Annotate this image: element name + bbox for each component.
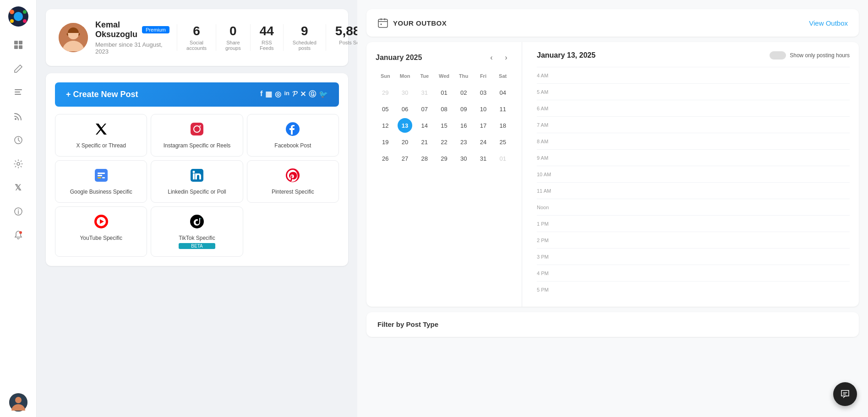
filter-title: Filter by Post Type: [377, 320, 438, 328]
premium-badge: Premium: [142, 26, 169, 33]
x-post-label: X Specific or Thread: [76, 142, 126, 149]
linkedin-post-type[interactable]: Linkedin Specific or Poll: [151, 160, 243, 203]
user-avatar[interactable]: [9, 393, 27, 412]
cal-cell[interactable]: 16: [456, 118, 471, 133]
cal-cell[interactable]: 04: [496, 85, 510, 100]
filter-section: Filter by Post Type: [366, 312, 859, 337]
svg-rect-33: [193, 173, 195, 179]
svg-point-25: [199, 125, 201, 127]
cal-cell[interactable]: 08: [437, 102, 451, 116]
cal-header-wed: Wed: [434, 71, 454, 81]
app-logo[interactable]: [7, 5, 29, 27]
facebook-post-type[interactable]: Facebook Post: [247, 114, 339, 157]
svg-rect-29: [98, 175, 102, 176]
cal-cell[interactable]: 21: [417, 135, 432, 149]
tiktok-post-icon: [190, 214, 204, 231]
calendar-schedule-container: January 2025 ‹ › Sun Mon Tue Wed Thu Fri: [366, 42, 859, 307]
youtube-post-type[interactable]: YouTube Specific: [55, 206, 147, 257]
tiktok-beta-badge: BETA: [179, 243, 215, 249]
compose-nav[interactable]: [8, 59, 28, 79]
cal-cell[interactable]: 28: [417, 151, 432, 166]
chat-button[interactable]: [833, 382, 857, 406]
cal-cell[interactable]: 23: [456, 135, 471, 149]
time-label: Noon: [537, 205, 564, 210]
linkedin-post-label: Linkedin Specific or Poll: [168, 189, 226, 195]
calendar-grid: Sun Mon Tue Wed Thu Fri Sat 29 30 31 01: [376, 71, 513, 167]
cal-cell[interactable]: 09: [456, 102, 471, 116]
bell-nav[interactable]: [8, 225, 28, 245]
stat-groups-label: Share groups: [225, 40, 241, 51]
pinterest-post-type[interactable]: Pinterest Specific: [247, 160, 339, 203]
time-label: 4 PM: [537, 271, 564, 276]
cal-cell[interactable]: 29: [378, 85, 393, 100]
rss-nav[interactable]: [8, 106, 28, 126]
time-label: 2 PM: [537, 238, 564, 243]
dashboard-nav[interactable]: [8, 35, 28, 55]
cal-cell[interactable]: 17: [476, 118, 491, 133]
create-post-button[interactable]: + Create New Post f ▦ ◎ in 𝓟 ✕ Ⓖ 🐦: [55, 82, 339, 107]
calendar-next-button[interactable]: ›: [500, 51, 513, 64]
post-type-grid: X Specific or Thread: [55, 114, 339, 257]
cal-cell[interactable]: 06: [398, 102, 412, 116]
cal-cell-today[interactable]: 13: [398, 118, 412, 133]
stat-rss-label: RSS Feeds: [260, 40, 274, 51]
cal-cell[interactable]: 12: [378, 118, 393, 133]
cal-cell[interactable]: 03: [476, 85, 491, 100]
svg-rect-10: [15, 89, 22, 90]
svg-rect-11: [15, 92, 20, 92]
cal-cell[interactable]: 11: [496, 102, 510, 116]
cal-cell[interactable]: 29: [437, 151, 451, 166]
x-post-type[interactable]: X Specific or Thread: [55, 114, 147, 157]
time-line: [564, 108, 850, 108]
cal-cell[interactable]: 27: [398, 151, 412, 166]
settings-nav[interactable]: [8, 154, 28, 174]
cal-cell[interactable]: 24: [476, 135, 491, 149]
posting-hours-switch[interactable]: [770, 51, 786, 60]
show-posting-hours-toggle[interactable]: Show only posting hours: [770, 51, 850, 60]
google-post-type[interactable]: Google Business Specific: [55, 160, 147, 203]
calendar-header-row: Sun Mon Tue Wed Thu Fri Sat: [376, 71, 513, 81]
cal-cell[interactable]: 19: [378, 135, 393, 149]
cal-cell[interactable]: 30: [456, 151, 471, 166]
svg-point-34: [192, 171, 195, 173]
svg-point-18: [19, 231, 22, 234]
svg-point-2: [10, 10, 14, 14]
calendar-prev-button[interactable]: ‹: [485, 51, 498, 64]
svg-point-43: [381, 24, 382, 25]
cal-cell[interactable]: 26: [378, 151, 393, 166]
cal-cell[interactable]: 14: [417, 118, 432, 133]
cal-cell[interactable]: 18: [496, 118, 510, 133]
time-slot-4pm: 4 PM: [537, 265, 850, 281]
tiktok-post-type[interactable]: TikTok Specific BETA: [151, 206, 243, 257]
time-label: 5 PM: [537, 287, 564, 292]
tiktok-post-label: TikTok Specific BETA: [179, 235, 215, 249]
schedule-times: 4 AM 5 AM 6 AM 7 AM: [537, 67, 850, 298]
cal-cell[interactable]: 22: [437, 135, 451, 149]
twitter-nav[interactable]: 𝕏: [8, 178, 28, 198]
cal-cell[interactable]: 25: [496, 135, 510, 149]
profile-name-text: Kemal Oksuzoglu: [95, 20, 137, 39]
svg-rect-41: [381, 18, 382, 20]
cal-cell[interactable]: 07: [417, 102, 432, 116]
instagram-post-type[interactable]: Instagram Specific or Reels: [151, 114, 243, 157]
time-line: [564, 256, 850, 257]
time-line: [564, 125, 850, 125]
cal-header-thu: Thu: [454, 71, 474, 81]
time-label: 4 AM: [537, 73, 564, 78]
info-nav[interactable]: [8, 201, 28, 222]
cal-cell[interactable]: 30: [398, 85, 412, 100]
cal-cell[interactable]: 10: [476, 102, 491, 116]
schedule-nav[interactable]: [8, 130, 28, 150]
cal-cell[interactable]: 20: [398, 135, 412, 149]
svg-point-1: [14, 12, 23, 21]
cal-cell[interactable]: 01: [437, 85, 451, 100]
cal-cell[interactable]: 02: [456, 85, 471, 100]
cal-cell[interactable]: 15: [437, 118, 451, 133]
cal-cell[interactable]: 31: [417, 85, 432, 100]
cal-cell[interactable]: 05: [378, 102, 393, 116]
cal-cell[interactable]: 31: [476, 151, 491, 166]
outbox-title-container: YOUR OUTBOX: [377, 17, 447, 28]
posts-nav[interactable]: [8, 82, 28, 103]
view-outbox-link[interactable]: View Outbox: [809, 19, 848, 27]
cal-cell[interactable]: 01: [496, 151, 510, 166]
